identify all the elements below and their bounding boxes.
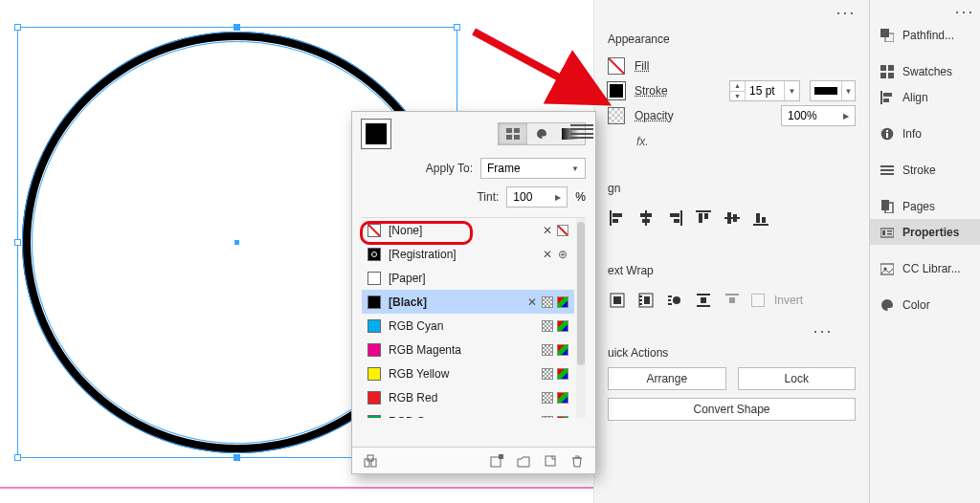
swatch-name: RGB Red	[389, 391, 534, 405]
fx-button[interactable]: fx.	[636, 135, 649, 148]
lock-button[interactable]: Lock	[738, 367, 857, 390]
swatch-item[interactable]: RGB Red	[362, 385, 574, 409]
fill-link[interactable]: Fill	[635, 59, 649, 73]
svg-rect-30	[701, 297, 706, 303]
swatch-item[interactable]: RGB Cyan	[362, 314, 574, 338]
dock-menu-icon[interactable]	[955, 11, 972, 14]
svg-rect-7	[680, 210, 682, 226]
new-swatch-icon[interactable]	[542, 452, 559, 470]
wrap-jumpcol-icon[interactable]	[723, 291, 742, 310]
tint-pct: %	[575, 190, 586, 204]
stroke-style-picker[interactable]: ▼	[810, 80, 856, 101]
swatch-popup-menu-icon[interactable]	[570, 124, 593, 139]
opacity-field[interactable]: 100% ▶	[781, 105, 856, 126]
resize-handle-tl[interactable]	[14, 24, 21, 31]
stroke-chip-icon[interactable]	[608, 82, 625, 99]
swatch-item[interactable]: [Paper]	[362, 266, 574, 290]
wrap-none-icon[interactable]	[608, 291, 627, 310]
seg-color-icon[interactable]	[527, 123, 556, 144]
panel-tab-stroke[interactable]: Stroke	[870, 157, 980, 183]
panel-tab-properties[interactable]: Properties	[870, 219, 980, 245]
center-handle[interactable]	[234, 240, 239, 245]
panel-tab-pathfinder[interactable]: Pathfind...	[870, 22, 980, 48]
swatch-item[interactable]: [None]✕	[362, 218, 574, 242]
wrap-jump-icon[interactable]	[694, 291, 713, 310]
align-right-icon[interactable]	[665, 208, 684, 228]
svg-rect-8	[670, 213, 679, 217]
noedit-icon: ✕	[542, 225, 553, 236]
properties-section-menu-icon[interactable]	[813, 330, 831, 334]
bleed-guide	[0, 485, 593, 491]
swatch-name: [Paper]	[389, 272, 561, 285]
svg-rect-39	[880, 73, 886, 78]
svg-rect-55	[887, 233, 892, 235]
wrap-bbox-icon[interactable]	[636, 291, 656, 310]
stroke-weight-input[interactable]	[746, 81, 784, 100]
swatch-name: RGB Green	[389, 415, 534, 419]
global-icon	[542, 296, 553, 308]
align-vcenter-icon[interactable]	[723, 208, 742, 228]
panel-tab-color[interactable]: Color	[870, 292, 980, 317]
fill-chip-icon[interactable]	[608, 57, 625, 75]
arrange-button[interactable]: Arrange	[608, 367, 726, 390]
svg-rect-59	[514, 128, 520, 133]
align-top-icon[interactable]	[694, 208, 713, 228]
delete-swatch-icon[interactable]	[568, 452, 586, 470]
new-group-icon[interactable]	[362, 452, 379, 470]
scrollbar-track[interactable]	[576, 218, 586, 418]
panel-tab-align[interactable]: Align	[870, 84, 980, 110]
resize-handle-bl[interactable]	[14, 454, 21, 461]
text-wrap-row: Invert	[608, 285, 856, 316]
quick-actions-heading: uick Actions	[608, 346, 856, 360]
stroke-well-icon[interactable]	[362, 120, 390, 148]
panel-tab-label: Properties	[902, 226, 959, 239]
opacity-chip-icon[interactable]	[608, 107, 625, 124]
resize-handle-tr[interactable]	[454, 24, 460, 31]
swatch-item[interactable]: RGB Yellow	[362, 361, 574, 385]
tint-field[interactable]: 100 ▶	[506, 186, 568, 208]
swatch-list[interactable]: [None]✕[Registration]✕⊕[Paper][Black]✕RG…	[362, 217, 586, 418]
stroke-link[interactable]: Stroke	[635, 84, 668, 98]
new-color-group-icon[interactable]	[515, 452, 532, 470]
new-swatch-menu-icon[interactable]	[488, 452, 505, 470]
resize-handle-ml[interactable]	[14, 239, 21, 246]
apply-to-select[interactable]: Frame ▼	[480, 158, 586, 179]
stroke-weight-stepper[interactable]: ▲▼	[730, 81, 746, 100]
svg-rect-1	[610, 210, 612, 226]
stroke-weight-field[interactable]: ▲▼ ▼	[729, 80, 800, 101]
opacity-value: 100%	[788, 109, 837, 122]
swatch-flags	[542, 320, 568, 332]
scrollbar-thumb[interactable]	[577, 222, 585, 365]
seg-swatches-icon[interactable]	[499, 123, 527, 144]
panel-tab-info[interactable]: Info	[870, 120, 980, 146]
swatch-color-icon	[368, 224, 381, 237]
none-icon	[557, 225, 568, 236]
tint-value: 100	[513, 190, 549, 204]
opacity-dropdown-icon[interactable]: ▶	[843, 112, 849, 120]
convert-shape-button[interactable]: Convert Shape	[608, 398, 856, 421]
stroke-weight-dropdown-icon[interactable]: ▼	[784, 81, 799, 100]
panel-tab-pages[interactable]: Pages	[870, 193, 980, 219]
panel-menu-icon[interactable]	[836, 11, 854, 15]
swatch-item[interactable]: [Black]✕	[362, 290, 574, 314]
svg-rect-17	[756, 213, 760, 223]
swatch-item[interactable]: [Registration]✕⊕	[362, 242, 574, 266]
text-wrap-heading: ext Wrap	[608, 264, 856, 277]
swatches-icon	[880, 64, 895, 79]
invert-checkbox[interactable]	[751, 294, 765, 307]
wrap-shape-icon[interactable]	[665, 291, 684, 310]
swatch-name: RGB Magenta	[389, 343, 534, 357]
swatch-item[interactable]: RGB Green	[362, 409, 574, 418]
align-bottom-icon[interactable]	[751, 208, 770, 228]
resize-handle-tc[interactable]	[234, 24, 240, 31]
resize-handle-bc[interactable]	[234, 454, 240, 461]
panel-tab-swatches[interactable]: Swatches	[870, 58, 980, 84]
tint-popup-icon[interactable]: ▶	[555, 193, 561, 202]
svg-rect-46	[886, 130, 888, 132]
opacity-link[interactable]: Opacity	[635, 109, 674, 122]
svg-rect-23	[639, 295, 642, 297]
align-hcenter-icon[interactable]	[636, 208, 656, 228]
swatch-item[interactable]: RGB Magenta	[362, 338, 574, 361]
align-left-icon[interactable]	[608, 208, 627, 228]
panel-tab-cc-libraries[interactable]: CC Librar...	[870, 255, 980, 281]
